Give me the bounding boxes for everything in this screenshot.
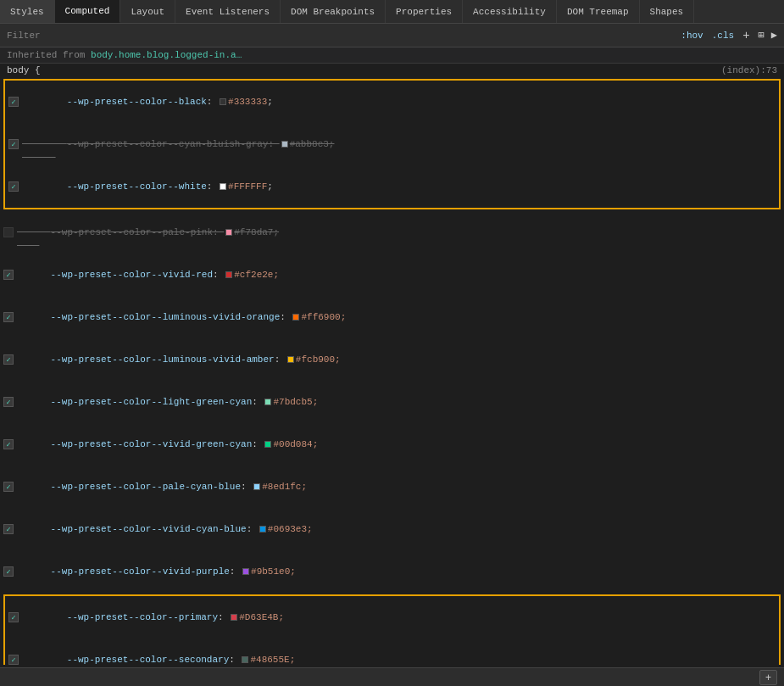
tab-event-listeners[interactable]: Event Listeners	[175, 0, 281, 23]
tab-dom-treemap[interactable]: DOM Treemap	[557, 0, 640, 23]
checkbox-luminous-vivid-orange[interactable]	[3, 312, 14, 322]
source-location[interactable]: (index):73	[721, 65, 777, 75]
cls-button[interactable]: .cls	[712, 31, 734, 41]
css-rule-light-green-cyan: --wp-preset--color--light-green-cyan: #7…	[0, 381, 784, 423]
rule-content-vivid-red: --wp-preset--color--vivid-red: #cf2e2e;	[17, 254, 777, 295]
hov-button[interactable]: :hov	[681, 31, 703, 41]
checkbox-black[interactable]	[8, 97, 19, 107]
checkbox-vgc[interactable]	[3, 439, 14, 449]
swatch-lva[interactable]	[287, 356, 294, 363]
css-rule-primary: --wp-preset--color--primary: #D63E4B;	[5, 596, 779, 639]
icon-grid[interactable]: ⊞	[759, 29, 765, 42]
filter-input[interactable]	[46, 30, 300, 41]
swatch-pale-pink[interactable]	[225, 229, 232, 236]
tab-dom-breakpoints[interactable]: DOM Breakpoints	[281, 0, 386, 23]
tab-layout[interactable]: Layout	[120, 0, 175, 23]
css-rule-vivid-cyan-blue: --wp-preset--color--vivid-cyan-blue: #06…	[0, 508, 784, 550]
swatch-vcb[interactable]	[259, 526, 266, 533]
highlighted-group-1: --wp-preset--color--black: #333333; --wp…	[3, 79, 781, 209]
css-rule-pale-pink: --wp-preset--color--pale-pink: #f78da7;	[0, 211, 784, 254]
color-swatch-cyan[interactable]	[281, 141, 288, 148]
rule-content-black: --wp-preset--color--black: #333333;	[22, 81, 772, 122]
swatch-lvo[interactable]	[292, 314, 299, 321]
css-selector: body {	[7, 65, 41, 75]
rule-content-white: --wp-preset--color--white: #FFFFFF;	[22, 166, 772, 207]
rule-content-lva: --wp-preset--color--luminous-vivid-amber…	[17, 339, 777, 380]
checkbox-lva[interactable]	[3, 354, 14, 365]
rule-content-vp: --wp-preset--color--vivid-purple: #9b51e…	[17, 551, 777, 592]
checkbox-vp[interactable]	[3, 566, 14, 577]
icon-play[interactable]: ▶	[771, 29, 777, 42]
tab-shapes[interactable]: Shapes	[640, 0, 695, 23]
css-rule-cyan-bluish-gray: --wp-preset--color--cyan-bluish-gray: #a…	[5, 123, 779, 165]
section-header: body { (index):73	[0, 64, 784, 77]
filter-actions: :hov .cls + ⊞ ▶	[681, 29, 777, 42]
css-rule-secondary: --wp-preset--color--secondary: #48655E;	[5, 639, 779, 665]
inherited-from-bar: Inherited from body.home.blog.logged-in.…	[0, 47, 784, 64]
filter-bar: Filter :hov .cls + ⊞ ▶	[0, 24, 784, 47]
swatch-secondary[interactable]	[242, 656, 248, 663]
prop-value: #333333	[228, 97, 267, 107]
tab-accessibility[interactable]: Accessibility	[463, 0, 557, 23]
rule-content-cyan-bluish-gray: --wp-preset--color--cyan-bluish-gray: #a…	[22, 124, 772, 165]
color-swatch[interactable]	[220, 98, 226, 105]
rule-content-primary: --wp-preset--color--primary: #D63E4B;	[22, 597, 772, 638]
css-rule-luminous-vivid-amber: --wp-preset--color--luminous-vivid-amber…	[0, 338, 784, 381]
prop-name: --wp-preset--color--black	[67, 97, 207, 107]
swatch-primary[interactable]	[231, 614, 237, 621]
rule-content-secondary: --wp-preset--color--secondary: #48655E;	[22, 639, 772, 665]
css-rule-luminous-vivid-orange: --wp-preset--color--luminous-vivid-orang…	[0, 296, 784, 338]
tab-bar: Styles Computed Layout Event Listeners D…	[0, 0, 784, 24]
css-rule-pale-cyan-blue: --wp-preset--color--pale-cyan-blue: #8ed…	[0, 466, 784, 508]
checkbox-cyan-bluish-gray[interactable]	[8, 139, 19, 149]
rule-content-vcb: --wp-preset--color--vivid-cyan-blue: #06…	[17, 509, 777, 549]
filter-label: Filter	[7, 31, 41, 41]
checkbox-primary[interactable]	[8, 612, 19, 622]
checkbox-pale-pink[interactable]	[3, 227, 14, 237]
tab-computed[interactable]: Computed	[55, 0, 121, 23]
tab-styles[interactable]: Styles	[0, 0, 55, 23]
css-rule-vivid-purple: --wp-preset--color--vivid-purple: #9b51e…	[0, 550, 784, 593]
inherited-from-selector[interactable]: body.home.blog.logged-in.a…	[91, 50, 242, 60]
checkbox-white[interactable]	[8, 181, 19, 192]
rule-content-vgc: --wp-preset--color--vivid-green-cyan: #0…	[17, 424, 777, 465]
checkbox-secondary[interactable]	[8, 655, 19, 665]
prop-name-white: --wp-preset--color--white	[67, 181, 207, 192]
rule-content-lvo: --wp-preset--color--luminous-vivid-orang…	[17, 297, 777, 337]
highlighted-group-2: --wp-preset--color--primary: #D63E4B; --…	[3, 594, 781, 665]
css-rule-vivid-red: --wp-preset--color--vivid-red: #cf2e2e;	[0, 254, 784, 296]
swatch-vgc[interactable]	[264, 441, 271, 448]
css-rule-white: --wp-preset--color--white: #FFFFFF;	[5, 165, 779, 208]
inherited-from-text: Inherited from	[7, 50, 91, 60]
css-rule-black: --wp-preset--color--black: #333333;	[5, 81, 779, 123]
rule-content-lgc: --wp-preset--color--light-green-cyan: #7…	[17, 382, 777, 422]
checkbox-vivid-red[interactable]	[3, 270, 14, 280]
color-swatch-white[interactable]	[220, 183, 226, 190]
tab-properties[interactable]: Properties	[386, 0, 463, 23]
main-content: body { (index):73 --wp-preset--color--bl…	[0, 64, 784, 665]
swatch-lgc[interactable]	[264, 399, 271, 405]
swatch-vivid-red[interactable]	[225, 271, 232, 278]
swatch-vp[interactable]	[242, 568, 249, 575]
rule-content-pcb: --wp-preset--color--pale-cyan-blue: #8ed…	[17, 466, 777, 507]
css-rule-vivid-green-cyan: --wp-preset--color--vivid-green-cyan: #0…	[0, 423, 784, 466]
swatch-pcb[interactable]	[253, 483, 260, 490]
checkbox-vcb[interactable]	[3, 524, 14, 534]
rule-content-pale-pink: --wp-preset--color--pale-pink: #f78da7;	[17, 212, 777, 253]
checkbox-lgc[interactable]	[3, 397, 14, 407]
prop-value-white: #FFFFFF	[228, 181, 267, 192]
checkbox-pcb[interactable]	[3, 482, 14, 492]
add-rule-button[interactable]: +	[742, 29, 749, 42]
